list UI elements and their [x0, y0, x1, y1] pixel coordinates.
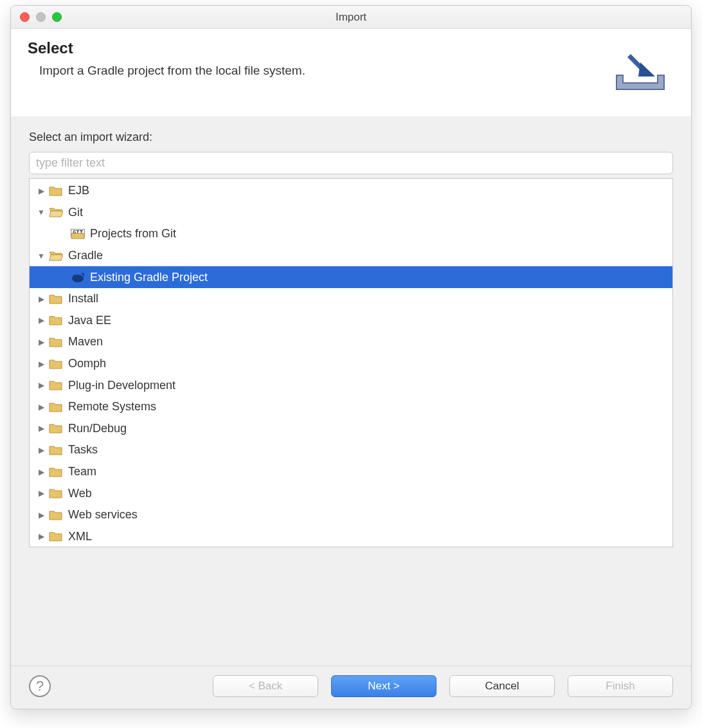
back-button[interactable]: < Back	[213, 675, 318, 697]
chevron-right-icon[interactable]: ▶	[36, 468, 46, 477]
chevron-right-icon[interactable]: ▶	[36, 446, 46, 455]
tree-item[interactable]: Existing Gradle Project	[30, 266, 672, 288]
select-wizard-label: Select an import wizard:	[29, 131, 673, 144]
tree-item-label: Git	[67, 206, 83, 219]
cancel-button[interactable]: Cancel	[449, 675, 555, 697]
chevron-right-icon[interactable]: ▶	[36, 295, 46, 304]
tree-folder[interactable]: ▶Web services	[30, 504, 672, 526]
wizard-footer: ? < Back Next > Cancel Finish	[11, 666, 691, 709]
tree-item-label: Existing Gradle Project	[89, 271, 208, 284]
help-button[interactable]: ?	[29, 675, 51, 697]
folder-icon	[49, 250, 63, 262]
chevron-right-icon[interactable]: ▶	[36, 187, 46, 196]
folder-icon	[49, 509, 63, 521]
tree-folder[interactable]: ▶EJB	[30, 180, 672, 202]
tree-item-label: Java EE	[67, 314, 111, 327]
tree-folder[interactable]: ▶Remote Systems	[30, 396, 672, 418]
tree-item-label: Install	[67, 292, 98, 305]
folder-icon	[49, 423, 63, 434]
tree-item-label: Web	[67, 487, 92, 500]
tree-item-label: Run/Debug	[67, 422, 127, 435]
next-button[interactable]: Next >	[331, 675, 437, 697]
tree-folder[interactable]: ▶Team	[30, 461, 672, 483]
tree-folder[interactable]: ▶XML	[30, 526, 672, 548]
git-icon: GIT	[71, 228, 85, 240]
chevron-right-icon[interactable]: ▶	[36, 381, 46, 390]
tree-item-label: Gradle	[67, 249, 103, 262]
tree-item-label: Team	[67, 465, 96, 478]
tree-folder[interactable]: ▶Web	[30, 482, 672, 504]
folder-icon	[49, 466, 63, 478]
tree-item-label: Tasks	[67, 443, 98, 457]
folder-icon	[49, 336, 63, 348]
tree-item-label: Remote Systems	[67, 400, 156, 414]
wizard-body: Select an import wizard: ▶EJB▼GitGITProj…	[11, 116, 691, 666]
tree-item-label: Plug-in Development	[67, 379, 176, 392]
tree-item-label: Web services	[67, 508, 138, 522]
tree-folder[interactable]: ▶Maven	[30, 331, 672, 353]
folder-icon	[49, 358, 63, 370]
chevron-right-icon[interactable]: ▶	[36, 489, 46, 498]
window-minimize-button[interactable]	[36, 12, 46, 22]
titlebar: Import	[11, 6, 691, 29]
tree-item-label: XML	[67, 530, 92, 543]
import-icon	[611, 44, 669, 98]
tree-item-label: Maven	[67, 335, 103, 349]
wizard-heading: Select	[28, 39, 305, 57]
chevron-down-icon[interactable]: ▼	[36, 251, 46, 260]
chevron-right-icon[interactable]: ▶	[36, 511, 46, 520]
gradle-icon	[71, 271, 85, 283]
folder-icon	[49, 185, 63, 197]
folder-icon	[49, 487, 63, 499]
chevron-right-icon[interactable]: ▶	[36, 359, 46, 369]
window-close-button[interactable]	[20, 12, 30, 22]
folder-icon	[49, 293, 63, 305]
chevron-right-icon[interactable]: ▶	[36, 424, 46, 433]
filter-input[interactable]	[29, 152, 673, 174]
tree-folder[interactable]: ▶Install	[30, 288, 672, 310]
tree-folder[interactable]: ▶Plug-in Development	[30, 374, 672, 396]
folder-icon	[49, 206, 63, 218]
window-controls	[11, 12, 62, 22]
tree-folder[interactable]: ▶Oomph	[30, 353, 672, 375]
window-zoom-button[interactable]	[52, 12, 62, 22]
wizard-description: Import a Gradle project from the local f…	[28, 64, 305, 78]
tree-item-label: EJB	[67, 184, 89, 197]
chevron-right-icon[interactable]: ▶	[36, 403, 46, 412]
folder-icon	[49, 401, 63, 413]
folder-icon	[49, 531, 63, 542]
tree-folder[interactable]: ▶Java EE	[30, 310, 672, 332]
wizard-tree[interactable]: ▶EJB▼GitGITProjects from Git▼GradleExist…	[29, 178, 673, 547]
import-dialog: Import Select Import a Gradle project fr…	[10, 5, 692, 709]
window-title: Import	[11, 11, 691, 24]
tree-item[interactable]: GITProjects from Git	[30, 223, 672, 245]
tree-folder[interactable]: ▼Git	[30, 202, 672, 224]
tree-item-label: Oomph	[67, 357, 106, 370]
tree-item-label: Projects from Git	[89, 227, 176, 241]
wizard-header: Select Import a Gradle project from the …	[11, 29, 691, 116]
tree-folder[interactable]: ▶Run/Debug	[30, 418, 672, 440]
chevron-right-icon[interactable]: ▶	[36, 338, 46, 347]
tree-folder[interactable]: ▶Tasks	[30, 439, 672, 461]
folder-icon	[49, 444, 63, 456]
chevron-right-icon[interactable]: ▶	[36, 532, 46, 541]
chevron-right-icon[interactable]: ▶	[36, 316, 46, 325]
chevron-down-icon[interactable]: ▼	[36, 208, 46, 217]
folder-icon	[49, 379, 63, 391]
svg-rect-0	[71, 233, 84, 239]
tree-folder[interactable]: ▼Gradle	[30, 245, 672, 267]
folder-icon	[49, 314, 63, 326]
finish-button[interactable]: Finish	[568, 675, 673, 697]
svg-point-2	[73, 275, 76, 277]
